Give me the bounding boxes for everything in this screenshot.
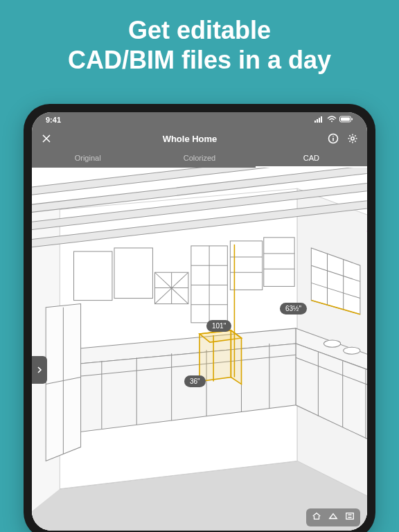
- room-rendering: [32, 168, 367, 531]
- svg-rect-22: [114, 248, 152, 299]
- svg-rect-67: [346, 513, 354, 520]
- tab-label: Colorized: [184, 154, 215, 162]
- view-tabs: Original Colorized CAD: [32, 150, 367, 168]
- svg-rect-2: [319, 118, 320, 123]
- info-button[interactable]: [327, 132, 339, 145]
- perspective-icon[interactable]: [328, 511, 338, 524]
- svg-rect-21: [73, 251, 112, 301]
- marketing-headline: Get editable CAD/BIM files in a day: [0, 15, 399, 75]
- measurement-label[interactable]: 101": [206, 320, 231, 332]
- svg-marker-62: [231, 330, 241, 384]
- tablet-screen: 9:41 Whole Home: [32, 112, 367, 531]
- home-icon[interactable]: [312, 511, 321, 524]
- svg-point-10: [332, 136, 334, 137]
- svg-point-59: [344, 347, 360, 354]
- tablet-frame: 9:41 Whole Home: [24, 104, 375, 532]
- signal-icon: [314, 116, 324, 124]
- headline-line2: CAD/BIM files in a day: [68, 46, 331, 74]
- svg-rect-6: [341, 118, 350, 121]
- svg-rect-7: [352, 118, 353, 121]
- svg-point-11: [351, 137, 354, 140]
- tab-colorized[interactable]: Colorized: [143, 150, 255, 168]
- close-button[interactable]: [40, 132, 53, 145]
- tab-label: Original: [75, 154, 101, 162]
- battery-icon: [339, 116, 353, 124]
- status-icons: [314, 116, 353, 124]
- settings-button[interactable]: [346, 132, 359, 145]
- svg-rect-30: [264, 238, 294, 287]
- tab-label: CAD: [303, 154, 319, 162]
- svg-point-4: [331, 121, 332, 122]
- headline-line1: Get editable: [128, 16, 271, 44]
- svg-rect-1: [317, 119, 318, 123]
- status-bar: 9:41: [32, 112, 367, 127]
- svg-point-58: [323, 340, 340, 347]
- svg-rect-0: [314, 121, 316, 123]
- tab-cad[interactable]: CAD: [256, 150, 367, 168]
- status-time: 9:41: [46, 116, 61, 124]
- wifi-icon: [327, 116, 337, 124]
- svg-rect-3: [321, 116, 322, 123]
- measurement-label[interactable]: 36": [184, 375, 206, 387]
- page-title: Whole Home: [58, 134, 321, 144]
- tab-original[interactable]: Original: [32, 150, 143, 168]
- cad-viewport[interactable]: 101" 36" 63½": [32, 168, 367, 531]
- fit-view-icon[interactable]: [345, 511, 355, 524]
- app-store-screenshot: Get editable CAD/BIM files in a day 9:41: [0, 0, 399, 532]
- nav-bar: Whole Home: [32, 127, 367, 150]
- expand-panel-button[interactable]: [32, 356, 47, 384]
- measurement-label[interactable]: 63½": [280, 303, 307, 314]
- svg-rect-29: [230, 241, 262, 290]
- view-toolbar: [306, 508, 360, 526]
